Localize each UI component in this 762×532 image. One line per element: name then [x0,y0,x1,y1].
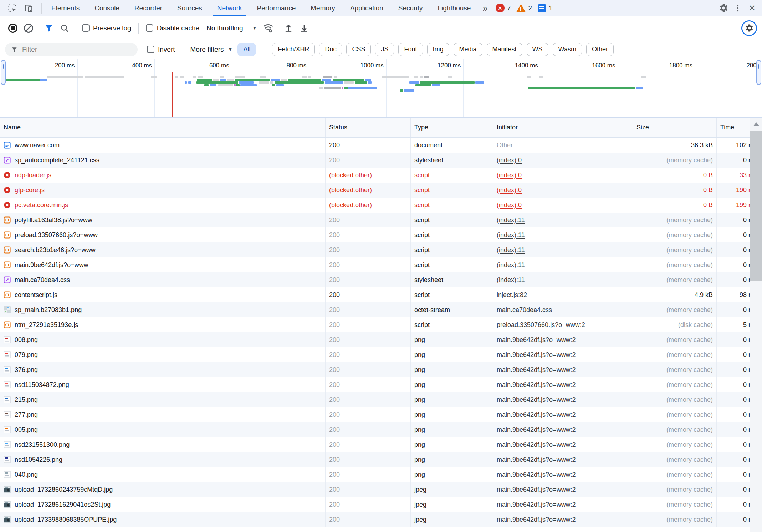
tab-memory[interactable]: Memory [303,0,343,16]
settings-gear-icon[interactable] [716,1,731,15]
filter-chip-doc[interactable]: Doc [319,43,342,56]
request-row[interactable]: search.b23b1e46.js?o=www200script(index)… [0,242,762,257]
tab-security[interactable]: Security [391,0,430,16]
request-row[interactable]: upload_1732861629041os2St.jpg200jpegmain… [0,497,762,512]
request-row[interactable]: preload.33507660.js?o=www200script(index… [0,227,762,242]
request-row[interactable]: upload_1733988068385OPUPE.jpg200jpegmain… [0,512,762,527]
request-initiator-link[interactable]: main.9be642df.js?o=www:2 [497,396,576,404]
filter-input[interactable]: Filter [5,43,138,56]
export-har-icon[interactable] [296,20,312,36]
request-initiator-link[interactable]: (index):11 [497,276,525,284]
column-header-status[interactable]: Status [326,118,411,137]
request-initiator-link[interactable]: main.9be642df.js?o=www:2 [497,501,576,508]
filter-chip-other[interactable]: Other [586,43,614,56]
request-initiator-link[interactable]: main.9be642df.js?o=www:2 [497,486,576,493]
request-row[interactable]: 079.png200pngmain.9be642df.js?o=www:2(me… [0,347,762,362]
request-initiator-link[interactable]: main.9be642df.js?o=www:2 [497,336,576,344]
network-overview-timeline[interactable]: 200 ms400 ms600 ms800 ms1000 ms1200 ms14… [0,59,762,118]
import-har-icon[interactable] [281,20,296,36]
request-initiator-link[interactable]: main.9be642df.js?o=www:2 [497,441,576,449]
more-tabs-icon[interactable]: » [478,4,492,13]
request-initiator-link[interactable]: (index):11 [497,246,525,254]
request-row[interactable]: sp_autocomplete_241121.css200stylesheet(… [0,153,762,168]
request-initiator-link[interactable]: (index):0 [497,172,522,179]
disable-cache-checkbox[interactable]: Disable cache [146,24,199,32]
request-row[interactable]: polyfill.a163af38.js?o=www200script(inde… [0,213,762,227]
request-initiator-link[interactable]: main.9be642df.js?o=www:2 [497,381,576,389]
column-header-size[interactable]: Size [633,118,717,137]
column-header-type[interactable]: Type [411,118,493,137]
filter-chip-media[interactable]: Media [454,43,482,56]
scrollbar-thumb[interactable] [750,131,762,281]
tab-console[interactable]: Console [87,0,127,16]
request-row[interactable]: main.ca70dea4.css200stylesheet(index):11… [0,272,762,287]
throttling-dropdown[interactable]: No throttling ▼ [206,24,257,32]
tab-network[interactable]: Network [210,0,250,16]
request-initiator-link[interactable]: main.9be642df.js?o=www:2 [497,351,576,359]
clear-network-log-button[interactable] [21,20,36,36]
request-row[interactable]: 376.png200pngmain.9be642df.js?o=www:2(me… [0,362,762,377]
request-row[interactable]: 008.png200pngmain.9be642df.js?o=www:2(me… [0,332,762,347]
filter-chip-font[interactable]: Font [398,43,423,56]
request-initiator-link[interactable]: main.9be642df.js?o=www:2 [497,366,576,374]
scroll-up-arrow-icon[interactable] [753,122,760,126]
tab-application[interactable]: Application [343,0,391,16]
overview-left-handle[interactable] [1,60,6,85]
request-row[interactable]: upload_1732860243759cMtqD.jpg200jpegmain… [0,482,762,497]
filter-chip-wasm[interactable]: Wasm [553,43,582,56]
tab-sources[interactable]: Sources [170,0,210,16]
request-row[interactable]: contentscript.js200scriptinject.js:824.9… [0,287,762,302]
overview-right-handle[interactable] [756,60,761,85]
tab-elements[interactable]: Elements [44,0,87,16]
request-initiator-link[interactable]: main.9be642df.js?o=www:2 [497,516,576,523]
tab-lighthouse[interactable]: Lighthouse [430,0,478,16]
network-conditions-icon[interactable] [260,20,276,36]
request-initiator-link[interactable]: (index):0 [497,157,522,164]
request-initiator-link[interactable]: inject.js:82 [497,291,527,299]
request-row[interactable]: gfp-core.js(blocked:other)script(index):… [0,183,762,198]
filter-toggle-icon[interactable] [41,20,57,36]
request-row[interactable]: nsd231551300.png200pngmain.9be642df.js?o… [0,437,762,452]
request-row[interactable]: 040.png200pngmain.9be642df.js?o=www:2(me… [0,467,762,482]
inspect-element-icon[interactable] [5,1,19,15]
request-initiator-link[interactable]: main.9be642df.js?o=www:2 [497,426,576,434]
kebab-menu-icon[interactable] [731,1,745,15]
request-initiator-link[interactable]: (index):11 [497,216,525,224]
search-icon[interactable] [57,20,72,36]
record-network-log-button[interactable] [5,20,21,36]
request-initiator-link[interactable]: (index):0 [497,201,522,209]
column-header-initiator[interactable]: Initiator [493,118,633,137]
filter-chip-js[interactable]: JS [375,43,394,56]
request-initiator-link[interactable]: (index):11 [497,231,525,239]
vertical-scrollbar[interactable] [750,118,762,532]
request-row[interactable]: 215.png200pngmain.9be642df.js?o=www:2(me… [0,392,762,407]
filter-chip-manifest[interactable]: Manifest [487,43,522,56]
filter-chip-all[interactable]: All [237,43,256,56]
filter-chip-img[interactable]: Img [427,43,449,56]
more-filters-dropdown[interactable]: More filters ▼ [190,46,233,53]
request-initiator-link[interactable]: main.9be642df.js?o=www:2 [497,471,576,479]
close-devtools-icon[interactable]: ✕ [745,1,759,15]
request-row[interactable]: www.naver.com200documentOther36.3 kB102 … [0,138,762,153]
request-row[interactable]: main.9be642df.js?o=www200script(index):1… [0,257,762,272]
request-row[interactable]: ntm_27291e35193e.js200scriptpreload.3350… [0,317,762,332]
request-initiator-link[interactable]: (index):11 [497,261,525,269]
request-row[interactable]: 277.png200pngmain.9be642df.js?o=www:2(me… [0,407,762,422]
request-row[interactable]: ndp-loader.js(blocked:other)script(index… [0,168,762,183]
warning-badge[interactable]: 2 [516,4,532,12]
network-settings-gear-button[interactable] [741,20,757,36]
request-initiator-link[interactable]: main.9be642df.js?o=www:2 [497,411,576,419]
message-badge[interactable]: 1 [538,4,553,12]
filter-chip-ws[interactable]: WS [527,43,548,56]
request-row[interactable]: pc.veta.core.min.js(blocked:other)script… [0,198,762,213]
request-initiator-link[interactable]: (index):0 [497,186,522,194]
request-row[interactable]: nsd1054226.png200pngmain.9be642df.js?o=w… [0,452,762,467]
filter-chip-fetchxhr[interactable]: Fetch/XHR [272,43,315,56]
tab-recorder[interactable]: Recorder [127,0,170,16]
tab-performance[interactable]: Performance [249,0,303,16]
request-initiator-link[interactable]: main.ca70dea4.css [497,306,552,314]
request-initiator-link[interactable]: preload.33507660.js?o=www:2 [497,321,585,329]
invert-checkbox[interactable]: Invert [147,46,175,53]
request-initiator-link[interactable]: main.9be642df.js?o=www:2 [497,456,576,464]
filter-chip-css[interactable]: CSS [346,43,371,56]
